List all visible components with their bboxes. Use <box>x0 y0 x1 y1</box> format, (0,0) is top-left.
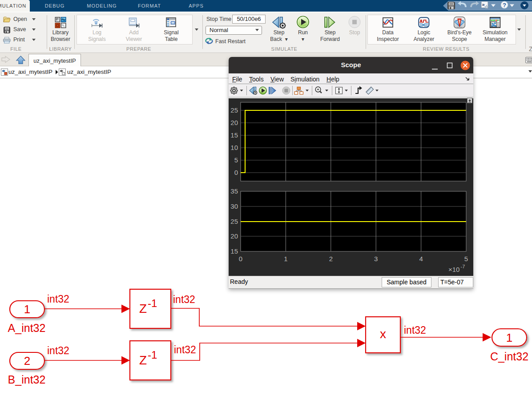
svg-text:15: 15 <box>230 131 238 139</box>
svg-text:3: 3 <box>374 255 378 263</box>
svg-text:1: 1 <box>24 303 30 316</box>
svg-text:35: 35 <box>230 187 238 195</box>
svg-text:×10: ×10 <box>448 266 459 273</box>
svg-text:1: 1 <box>284 255 287 263</box>
svg-text:-1: -1 <box>148 349 157 361</box>
svg-text:20: 20 <box>230 119 238 126</box>
svg-text:C_int32: C_int32 <box>490 350 528 363</box>
svg-text:B_int32: B_int32 <box>8 373 46 386</box>
svg-text:int32: int32 <box>47 293 69 305</box>
svg-text:25: 25 <box>230 218 238 225</box>
svg-text:15: 15 <box>230 247 238 255</box>
svg-text:1: 1 <box>506 331 512 344</box>
svg-text:-1: -1 <box>148 297 157 309</box>
svg-text:A_int32: A_int32 <box>8 322 46 334</box>
svg-text:20: 20 <box>230 232 238 240</box>
svg-text:10: 10 <box>230 144 238 151</box>
svg-text:int32: int32 <box>174 344 196 356</box>
svg-text:0: 0 <box>234 169 238 176</box>
svg-text:x: x <box>380 327 386 341</box>
svg-text:Z: Z <box>139 302 147 315</box>
svg-text:5: 5 <box>234 156 238 164</box>
svg-text:5: 5 <box>464 255 468 263</box>
svg-text:2: 2 <box>329 255 333 263</box>
svg-text:4: 4 <box>419 255 423 263</box>
svg-text:int32: int32 <box>47 345 69 356</box>
svg-text:Z: Z <box>139 353 147 367</box>
svg-text:?: ? <box>503 2 506 8</box>
svg-text:int32: int32 <box>173 294 195 305</box>
svg-text:30: 30 <box>230 202 238 210</box>
svg-text:int32: int32 <box>404 324 426 336</box>
svg-text:-7: -7 <box>461 264 465 269</box>
svg-text:»: » <box>482 2 485 7</box>
svg-text:0: 0 <box>239 255 242 263</box>
svg-text:25: 25 <box>230 106 238 114</box>
svg-text:2: 2 <box>24 354 30 368</box>
